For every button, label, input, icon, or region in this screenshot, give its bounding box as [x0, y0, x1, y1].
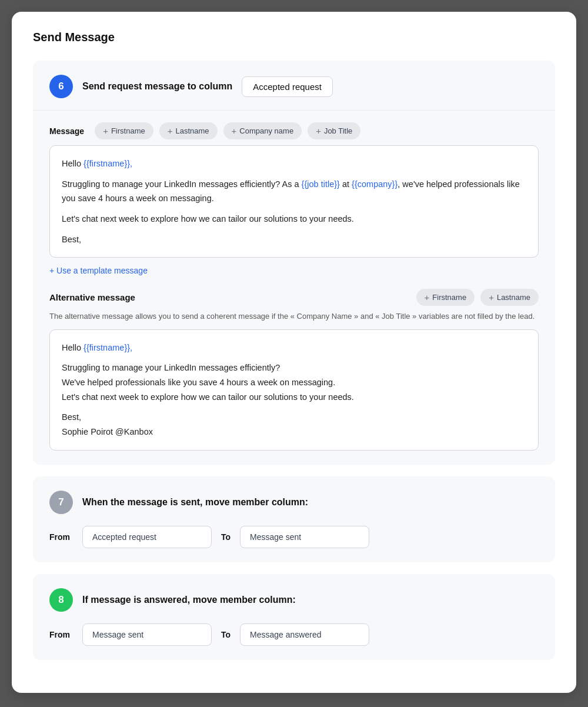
- plus-icon: +: [489, 292, 494, 302]
- step7-header: 7 When the message is sent, move member …: [49, 491, 539, 514]
- template-link[interactable]: + Use a template message: [49, 266, 148, 275]
- step8-from-input[interactable]: Message sent: [82, 623, 212, 646]
- tag-firstname-btn[interactable]: + Firstname: [95, 122, 153, 139]
- tag-jobtitle-btn[interactable]: + Job Title: [308, 122, 360, 139]
- step8-to-label: To: [221, 630, 230, 639]
- alt-msg-line3: Best, Sophie Poirot @Kanbox: [62, 410, 526, 439]
- alt-message-box[interactable]: Hello {{firstname}}, Struggling to manag…: [49, 329, 539, 451]
- msg-line1: Hello {{firstname}},: [62, 156, 526, 171]
- alt-tag-firstname-label: Firstname: [432, 293, 466, 302]
- step8-title: If message is answered, move member colu…: [82, 595, 296, 605]
- message-toolbar: Message + Firstname + Lastname + Company…: [49, 122, 539, 139]
- alt-header: Alternative message + Firstname + Lastna…: [49, 289, 539, 306]
- plus-icon: +: [425, 292, 430, 302]
- step8-section: 8 If message is answered, move member co…: [33, 574, 555, 660]
- alt-tag-firstname-btn[interactable]: + Firstname: [416, 289, 475, 306]
- msg-line4: Best,: [62, 232, 526, 247]
- plus-icon: +: [103, 126, 108, 136]
- plus-icon: +: [168, 126, 173, 136]
- tag-company-label: Company name: [239, 126, 293, 135]
- step6-badge: 6: [49, 75, 73, 98]
- alt-tag-lastname-btn[interactable]: + Lastname: [480, 289, 539, 306]
- step7-title: When the message is sent, move member co…: [82, 497, 308, 508]
- step7-to-input[interactable]: Message sent: [240, 526, 369, 548]
- step8-to-input[interactable]: Message answered: [240, 623, 369, 646]
- msg-line2: Struggling to manage your LinkedIn messa…: [62, 177, 526, 206]
- plus-icon: +: [232, 126, 237, 136]
- card-title: Send Message: [33, 31, 555, 44]
- step8-from-to-row: From Message sent To Message answered: [49, 623, 539, 646]
- var-firstname: {{firstname}},: [83, 159, 132, 168]
- alt-label: Alternative message: [49, 292, 135, 302]
- alt-tag-lastname-label: Lastname: [497, 293, 530, 302]
- step7-from-label: From: [49, 532, 73, 542]
- alt-tags: + Firstname + Lastname: [416, 289, 539, 306]
- alt-message-section: Alternative message + Firstname + Lastna…: [49, 289, 539, 450]
- plus-icon: +: [316, 126, 321, 136]
- tag-firstname-label: Firstname: [111, 126, 145, 135]
- step7-badge: 7: [49, 491, 73, 514]
- step7-from-to-row: From Accepted request To Message sent: [49, 526, 539, 548]
- step6-section: 6 Send request message to column Accepte…: [33, 61, 555, 465]
- step6-title: Send request message to column: [82, 81, 232, 92]
- step8-header: 8 If message is answered, move member co…: [49, 588, 539, 612]
- alt-var-firstname: {{firstname}},: [83, 343, 132, 352]
- step7-section: 7 When the message is sent, move member …: [33, 476, 555, 562]
- step6-header: 6 Send request message to column Accepte…: [49, 75, 539, 98]
- alt-msg-line2: Struggling to manage your LinkedIn messa…: [62, 361, 526, 404]
- section-divider: [33, 110, 555, 111]
- main-message-box[interactable]: Hello {{firstname}}, Struggling to manag…: [49, 145, 539, 258]
- alt-msg-line1: Hello {{firstname}},: [62, 341, 526, 355]
- tag-lastname-label: Lastname: [175, 126, 209, 135]
- step6-column-badge: Accepted request: [242, 76, 333, 97]
- step8-from-label: From: [49, 630, 73, 639]
- message-label: Message: [49, 126, 84, 136]
- tag-lastname-btn[interactable]: + Lastname: [159, 122, 218, 139]
- tag-jobtitle-label: Job Title: [324, 126, 352, 135]
- var-company: {{company}}: [352, 179, 397, 189]
- tag-company-btn[interactable]: + Company name: [223, 122, 302, 139]
- send-message-card: Send Message 6 Send request message to c…: [12, 12, 576, 693]
- step8-badge: 8: [49, 588, 73, 612]
- step7-from-input[interactable]: Accepted request: [82, 526, 212, 548]
- step7-to-label: To: [221, 532, 230, 542]
- var-jobtitle: {{job title}}: [302, 179, 340, 189]
- msg-line3: Let's chat next week to explore how we c…: [62, 212, 526, 226]
- alt-desc: The alternative message allows you to se…: [49, 311, 539, 322]
